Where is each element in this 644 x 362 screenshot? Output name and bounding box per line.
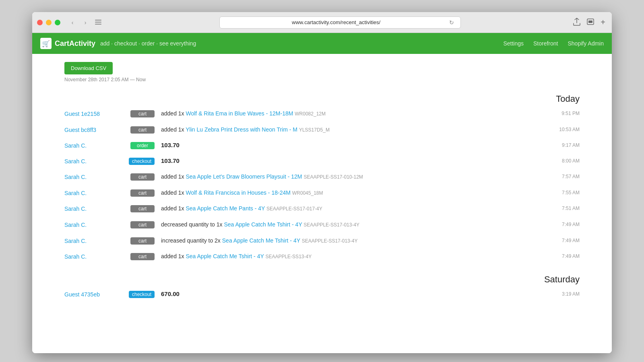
user-link[interactable]: Sarah C. [64,173,129,180]
activity-time: 7:49 AM [547,237,580,243]
desc-area: added 1x Wolf & Rita Francisca in Houses… [161,189,547,197]
browser-controls [37,20,60,25]
section-header-saturday: Saturday [531,271,580,286]
user-link[interactable]: Sarah C. [64,205,129,212]
badge-area: cart [129,126,161,134]
user-link[interactable]: Sarah C. [64,221,129,228]
svg-rect-4 [588,21,592,23]
download-csv-button[interactable]: Download CSV [64,62,113,74]
activity-description: added 1x Sea Apple Let's Draw Bloomers P… [161,173,371,180]
badge-order: order [130,142,155,149]
desc-area: added 1x Sea Apple Catch Me Pants - 4Y S… [161,205,547,213]
row-content: cart added 1x Sea Apple Let's Draw Bloom… [129,173,547,181]
desc-area: decreased quantity to 1x Sea Apple Catch… [161,221,547,229]
back-button[interactable]: ‹ [67,17,78,28]
sku-text: SEAAPPLE-SS17-010-12M [303,174,363,180]
activity-description: increased quantity to 2x Sea Apple Catch… [161,237,365,244]
badge-area: cart [129,110,161,117]
product-link[interactable]: Sea Apple Catch Me Tshirt - 4Y [222,237,300,244]
reload-button[interactable]: ↻ [448,19,456,26]
product-link[interactable]: Sea Apple Catch Me Tshirt - 4Y [224,221,302,228]
activity-amount: 103.70 [161,142,180,148]
table-row: Guest bc8ff3 cart added 1x Ylin Lu Zebra… [64,122,580,138]
main-content: Download CSV November 28th 2017 2:05 AM … [32,54,612,353]
nav-shopify-admin[interactable]: Shopify Admin [568,40,604,47]
activity-description: added 1x Wolf & Rita Ema in Blue Waves -… [161,110,334,117]
header-nav: Settings Storefront Shopify Admin [503,40,604,47]
user-link[interactable]: Sarah C. [64,157,129,165]
user-link[interactable]: Guest 4735eb [64,290,129,298]
badge-cart: cart [130,237,155,245]
product-link[interactable]: Wolf & Rita Ema in Blue Waves - 12M-18M [186,110,293,117]
row-content: cart decreased quantity to 1x Sea Apple … [129,221,547,229]
desc-area: 670.00 [161,290,547,298]
sidebar-button[interactable] [93,17,104,28]
url-bar[interactable]: www.cartactivity.com/recent_activities/ … [219,16,461,29]
user-link[interactable]: Sarah C. [64,142,129,149]
activity-description: added 1x Wolf & Rita Francisca in Houses… [161,189,331,196]
app-tagline: add · checkout · order · see everything [100,40,196,47]
badge-checkout: checkout [129,158,155,165]
badge-area: cart [129,189,161,197]
badge-checkout: checkout [129,291,155,298]
user-link[interactable]: Guest bc8ff3 [64,126,129,133]
badge-area: cart [129,221,161,228]
table-row: Guest 1e2158 cart added 1x Wolf & Rita E… [64,106,580,122]
sku-text: SEAAPPLE-SS17-013-4Y [302,238,358,244]
minimize-button[interactable] [46,20,52,25]
browser-actions: + [572,16,607,29]
close-button[interactable] [37,20,43,25]
user-link[interactable]: Guest 1e2158 [64,110,129,117]
toolbar: Download CSV November 28th 2017 2:05 AM … [64,62,580,82]
product-link[interactable]: Sea Apple Let's Draw Bloomers Playsuit -… [186,173,302,180]
product-link[interactable]: Wolf & Rita Francisca in Houses - 18-24M [186,189,291,196]
nav-settings[interactable]: Settings [503,40,524,47]
url-text: www.cartactivity.com/recent_activities/ [225,19,448,25]
product-link[interactable]: Sea Apple Catch Me Tshirt - 4Y [186,253,264,259]
table-row: Sarah C. cart increased quantity to 2x S… [64,233,580,249]
activity-description: added 1x Ylin Lu Zebra Print Dress with … [161,126,338,133]
table-row: Sarah C. cart added 1x Sea Apple Catch M… [64,249,580,265]
share-button[interactable] [572,16,582,29]
browser-window: ‹ › www.cartactivity.com/recent_activiti… [32,12,612,353]
logo-icon: 🛒 [40,38,52,49]
badge-area: checkout [129,290,161,298]
badge-cart: cart [130,189,155,197]
app-logo: 🛒 CartActivity [40,38,95,49]
user-link[interactable]: Sarah C. [64,253,129,260]
desc-area: 103.70 [161,142,547,149]
date-range: November 28th 2017 2:05 AM — Now [64,77,580,82]
new-tab-button[interactable]: + [599,16,607,29]
forward-button[interactable]: › [80,17,91,28]
maximize-button[interactable] [55,20,60,25]
desc-area: added 1x Sea Apple Let's Draw Bloomers P… [161,173,547,181]
fullscreen-button[interactable] [585,17,596,28]
activity-description: added 1x Sea Apple Catch Me Tshirt - 4Y … [161,253,320,259]
product-link[interactable]: Sea Apple Catch Me Pants - 4Y [186,205,265,212]
row-content: cart added 1x Sea Apple Catch Me Tshirt … [129,253,547,261]
row-content: cart added 1x Ylin Lu Zebra Print Dress … [129,126,547,134]
badge-cart: cart [130,205,155,212]
desc-area: increased quantity to 2x Sea Apple Catch… [161,237,547,245]
activity-time: 9:51 PM [547,110,580,116]
badge-area: cart [129,237,161,245]
user-link[interactable]: Sarah C. [64,189,129,196]
browser-titlebar: ‹ › www.cartactivity.com/recent_activiti… [32,12,612,33]
activity-description: added 1x Sea Apple Catch Me Pants - 4Y S… [161,205,330,212]
activity-time: 7:51 AM [547,205,580,211]
user-link[interactable]: Sarah C. [64,237,129,244]
app-header: 🛒 CartActivity add · checkout · order · … [32,33,612,54]
badge-cart: cart [130,253,155,260]
product-link[interactable]: Ylin Lu Zebra Print Dress with Neon Trim… [186,126,297,133]
svg-rect-0 [95,20,101,21]
table-row: Sarah C. cart added 1x Sea Apple Catch M… [64,201,580,217]
activity-time: 7:55 AM [547,189,580,195]
badge-cart: cart [130,221,155,228]
table-row: Sarah C. order 103.70 9:17 AM [64,138,580,153]
table-row: Sarah C. cart added 1x Sea Apple Let's D… [64,169,580,185]
badge-area: cart [129,205,161,212]
nav-storefront[interactable]: Storefront [533,40,558,47]
badge-cart: cart [130,173,155,181]
sku-text: SEAAPPLE-SS13-4Y [265,254,312,259]
table-row: Sarah C. cart decreased quantity to 1x S… [64,217,580,233]
